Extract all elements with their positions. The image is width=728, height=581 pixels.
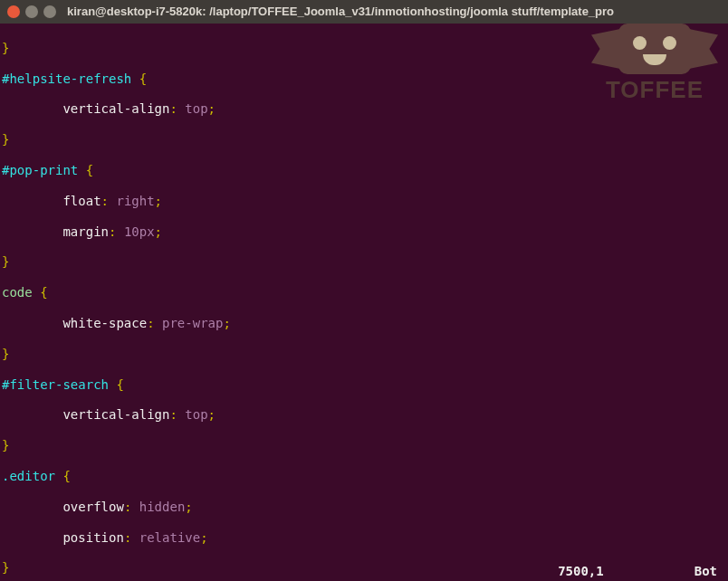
code-text: }	[2, 41, 9, 55]
code-text: }	[2, 132, 9, 147]
code-text: vertical-align	[62, 407, 169, 422]
scroll-position: Bot	[694, 564, 717, 579]
code-text: position	[62, 530, 123, 545]
cursor-position: 7500,1	[558, 564, 604, 579]
code-text: }	[2, 438, 9, 452]
code-text: .editor	[2, 469, 55, 483]
code-text: top	[185, 407, 207, 422]
maximize-icon[interactable]	[43, 5, 56, 18]
code-text: vertical-align	[62, 101, 169, 116]
terminal-view[interactable]: } #helpsite-refresh { vertical-align: to…	[0, 24, 728, 581]
code-text: relative	[139, 530, 200, 545]
code-text: right	[116, 194, 154, 208]
code-text: float	[62, 194, 101, 208]
vim-status-bar: 7500,1 Bot	[558, 564, 717, 579]
code-text: {	[109, 377, 124, 392]
code-text: {	[33, 285, 48, 300]
close-icon[interactable]	[7, 5, 20, 18]
code-text: #helpsite-refresh	[2, 71, 131, 86]
window-titlebar: kiran@desktop-i7-5820k: /laptop/TOFFEE_J…	[0, 0, 728, 24]
window-title: kiran@desktop-i7-5820k: /laptop/TOFFEE_J…	[67, 5, 614, 19]
code-text: {	[78, 163, 93, 177]
code-text: 10px	[124, 224, 155, 239]
code-text: }	[2, 254, 9, 269]
code-text: hidden	[139, 500, 186, 514]
window-buttons	[7, 5, 56, 18]
code-text: {	[131, 71, 147, 86]
minimize-icon[interactable]	[25, 5, 38, 18]
code-text: overflow	[62, 500, 123, 514]
code-text: }	[2, 560, 9, 575]
code-text: }	[2, 347, 9, 361]
code-text: #filter-search	[2, 377, 109, 392]
code-text: code	[2, 285, 33, 300]
code-text: margin	[62, 224, 109, 239]
code-text: top	[185, 101, 207, 116]
code-text: pre-wrap	[162, 316, 223, 330]
code-text: white-space	[62, 316, 147, 330]
code-text: {	[55, 469, 71, 483]
code-text: #pop-print	[2, 163, 78, 177]
